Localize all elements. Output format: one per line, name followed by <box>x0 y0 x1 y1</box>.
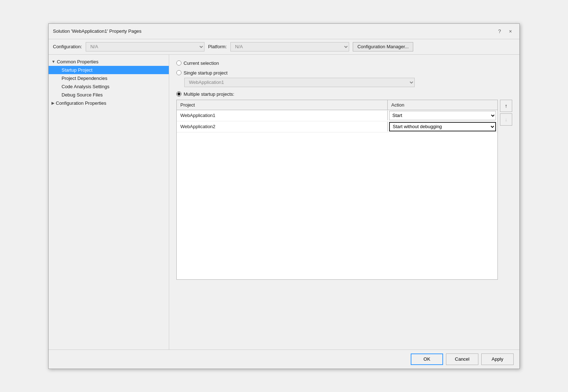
footer: OK Cancel Apply <box>49 350 519 369</box>
config-bar: Configuration: N/A Platform: N/A Configu… <box>49 39 519 55</box>
multiple-startup-section: Multiple startup projects: Project Actio… <box>176 91 512 280</box>
main-content: ▼ Common Properties Startup Project Proj… <box>49 55 519 350</box>
projects-table: Project Action WebApplication1 None Star… <box>176 100 498 280</box>
projects-area: Project Action WebApplication1 None Star… <box>176 100 512 280</box>
current-selection-label[interactable]: Current selection <box>184 60 219 66</box>
cancel-button[interactable]: Cancel <box>446 353 478 365</box>
ok-button[interactable]: OK <box>411 353 443 365</box>
action-cell-1: None Start Start without debugging <box>388 110 497 121</box>
current-selection-row: Current selection <box>176 60 512 66</box>
table-row: WebApplication1 None Start Start without… <box>177 110 497 121</box>
right-panel: Current selection Single startup project… <box>169 55 519 350</box>
dialog-title: Solution 'WebApplication1' Property Page… <box>53 28 141 34</box>
common-properties-section[interactable]: ▼ Common Properties <box>49 58 169 66</box>
single-startup-row: Single startup project <box>176 70 512 76</box>
config-label: Configuration: <box>53 44 82 49</box>
common-properties-label: Common Properties <box>57 59 99 64</box>
config-properties-arrow: ▶ <box>51 101 54 105</box>
action-dropdown-2[interactable]: None Start Start without debugging <box>389 122 496 131</box>
single-startup-label[interactable]: Single startup project <box>184 70 227 76</box>
col-project-header: Project <box>177 100 388 110</box>
multiple-startup-label[interactable]: Multiple startup projects: <box>184 91 234 97</box>
single-startup-section: Single startup project WebApplication1 <box>176 70 512 87</box>
sidebar: ▼ Common Properties Startup Project Proj… <box>49 55 169 350</box>
help-button[interactable]: ? <box>495 27 504 36</box>
sidebar-item-code-analysis-settings[interactable]: Code Analysis Settings <box>49 82 169 91</box>
project-name-2: WebApplication2 <box>177 122 388 131</box>
single-startup-radio[interactable] <box>176 70 181 75</box>
multiple-startup-row: Multiple startup projects: <box>176 91 512 97</box>
single-startup-dropdown[interactable]: WebApplication1 <box>184 78 415 87</box>
title-bar-buttons: ? × <box>495 27 515 36</box>
property-pages-dialog: Solution 'WebApplication1' Property Page… <box>48 23 520 369</box>
arrow-buttons: ↑ ↓ <box>500 100 512 280</box>
configuration-dropdown[interactable]: N/A <box>86 42 204 51</box>
move-up-button[interactable]: ↑ <box>500 100 512 112</box>
config-manager-button[interactable]: Configuration Manager... <box>353 42 413 51</box>
move-down-button[interactable]: ↓ <box>500 113 512 126</box>
action-cell-2: None Start Start without debugging <box>388 121 497 132</box>
platform-label: Platform: <box>208 44 227 49</box>
current-selection-radio[interactable] <box>176 60 181 66</box>
config-properties-label: Configuration Properties <box>56 100 106 106</box>
common-properties-arrow: ▼ <box>51 59 55 64</box>
sidebar-item-debug-source-files[interactable]: Debug Source Files <box>49 91 169 99</box>
apply-button[interactable]: Apply <box>481 353 514 365</box>
col-action-header: Action <box>388 100 497 110</box>
configuration-properties-section[interactable]: ▶ Configuration Properties <box>49 99 169 107</box>
action-dropdown-1[interactable]: None Start Start without debugging <box>389 111 496 120</box>
project-name-1: WebApplication1 <box>177 111 388 120</box>
sidebar-item-project-dependencies[interactable]: Project Dependencies <box>49 74 169 82</box>
multiple-startup-radio[interactable] <box>176 91 181 96</box>
close-button[interactable]: × <box>506 27 515 36</box>
sidebar-item-startup-project[interactable]: Startup Project <box>49 66 169 74</box>
table-row: WebApplication2 None Start Start without… <box>177 121 497 132</box>
table-header: Project Action <box>177 100 497 110</box>
platform-dropdown[interactable]: N/A <box>230 42 349 51</box>
title-bar: Solution 'WebApplication1' Property Page… <box>49 24 519 39</box>
